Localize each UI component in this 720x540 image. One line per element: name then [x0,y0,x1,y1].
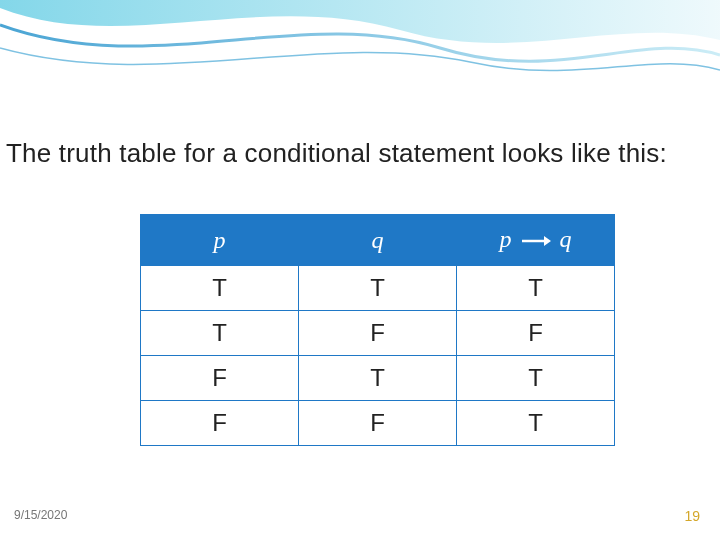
cell-p: T [141,266,299,311]
col-header-p-implies-q: p q [457,215,615,266]
table-row: T T T [141,266,615,311]
cell-q: F [299,311,457,356]
header-pq-right: q [560,226,572,252]
cell-q: F [299,401,457,446]
arrow-right-icon [521,227,551,254]
cell-q: T [299,356,457,401]
slide: The truth table for a conditional statem… [0,0,720,540]
decorative-wave-banner [0,0,720,95]
table-row: F T T [141,356,615,401]
footer-date: 9/15/2020 [14,508,67,522]
cell-pq: T [457,266,615,311]
footer-page-number: 19 [684,508,700,524]
cell-p: T [141,311,299,356]
cell-q: T [299,266,457,311]
cell-pq: T [457,401,615,446]
cell-p: F [141,401,299,446]
cell-pq: F [457,311,615,356]
header-pq-left: p [500,226,512,252]
truth-table: p q p q T T T [140,214,615,446]
svg-marker-1 [544,236,551,246]
cell-p: F [141,356,299,401]
col-header-q: q [299,215,457,266]
cell-pq: T [457,356,615,401]
col-header-p: p [141,215,299,266]
table-row: F F T [141,401,615,446]
table-row: T F F [141,311,615,356]
table-header-row: p q p q [141,215,615,266]
slide-heading: The truth table for a conditional statem… [6,138,714,169]
